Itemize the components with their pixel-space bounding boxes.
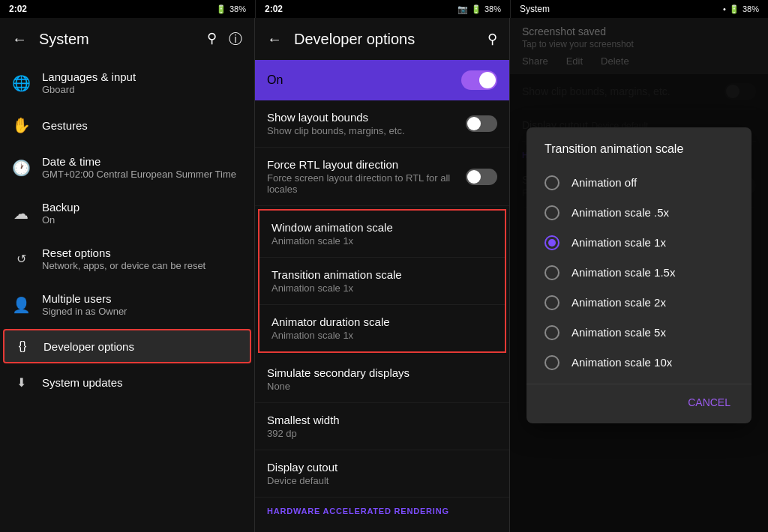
radio-anim-5x (544, 325, 560, 340)
reset-sublabel: Network, apps, or device can be reset (42, 260, 206, 271)
dialog-option-anim-2x[interactable]: Animation scale 2x (526, 288, 752, 318)
dialog-option-anim-15x[interactable]: Animation scale 1.5x (526, 258, 752, 288)
dialog-option-label-anim-15x: Animation scale 1.5x (572, 266, 675, 279)
dev-setting-transition-anim[interactable]: Transition animation scale Animation sca… (260, 258, 505, 305)
dialog-option-anim-5x[interactable]: Animation scale 5x (526, 318, 752, 348)
languages-sublabel: Gboard (42, 84, 136, 95)
radio-anim-2x (544, 295, 560, 310)
gestures-icon: ✋ (12, 116, 30, 134)
battery-icon-left: 🔋 (216, 4, 226, 14)
dev-setting-rtl[interactable]: Force RTL layout direction Force screen … (255, 148, 509, 206)
status-bars: 2:02 🔋 38% 2:02 📷 🔋 38% System • 🔋 38% (0, 0, 768, 18)
nav-item-developer[interactable]: {} Developer options (3, 329, 251, 363)
dialog-option-label-anim-05x: Animation scale .5x (572, 206, 669, 219)
dev-setting-animator-duration[interactable]: Animator duration scale Animation scale … (260, 305, 505, 351)
backup-sublabel: On (42, 214, 80, 226)
nav-item-users[interactable]: 👤 Multiple users Signed in as Owner (0, 282, 254, 327)
main-content: ← System ⚲ ⓘ 🌐 Languages & input Gboard … (0, 18, 768, 532)
help-icon-system[interactable]: ⓘ (229, 30, 242, 48)
dialog-option-anim-05x[interactable]: Animation scale .5x (526, 198, 752, 228)
dialog-option-label-anim-5x: Animation scale 5x (572, 326, 666, 339)
search-icon-system[interactable]: ⚲ (207, 30, 217, 48)
back-icon-developer[interactable]: ← (267, 31, 282, 48)
nav-item-reset[interactable]: ↺ Reset options Network, apps, or device… (0, 236, 254, 282)
dialog-option-anim-off[interactable]: Animation off (526, 168, 752, 198)
developer-label: Developer options (44, 340, 134, 353)
backup-icon: ☁ (12, 205, 30, 223)
nav-item-updates[interactable]: ⬇ System updates (0, 365, 254, 400)
animation-group: Window animation scale Animation scale 1… (258, 209, 506, 353)
developer-toggle[interactable] (461, 70, 497, 90)
battery-percent-right: 38% (742, 4, 759, 13)
reset-icon: ↺ (12, 252, 30, 266)
smallest-width-label: Smallest width (267, 414, 340, 426)
status-icons-middle: 📷 🔋 38% (458, 4, 501, 14)
camera-icon-middle: 📷 (458, 4, 468, 14)
battery-percent-left: 38% (230, 4, 246, 13)
display-cutout-sublabel: Device default (267, 475, 338, 486)
time-middle: 2:02 (265, 4, 283, 14)
status-bar-middle: 2:02 📷 🔋 38% (255, 0, 510, 18)
dev-setting-display-cutout[interactable]: Display cutout Device default (255, 450, 509, 498)
nav-item-datetime[interactable]: 🕐 Date & time GMT+02:00 Central European… (0, 145, 254, 190)
status-icons-left: 🔋 38% (216, 4, 246, 14)
status-bar-right: System • 🔋 38% (510, 0, 768, 18)
show-layout-toggle[interactable] (466, 115, 497, 132)
languages-icon: 🌐 (12, 74, 30, 92)
rtl-sublabel: Force screen layout direction to RTL for… (267, 172, 460, 195)
smallest-width-sublabel: 392 dp (267, 428, 340, 439)
updates-label: System updates (42, 376, 123, 389)
dialog-title: Transition animation scale (526, 142, 752, 168)
datetime-icon: 🕐 (12, 159, 30, 177)
nav-item-gestures[interactable]: ✋ Gestures (0, 106, 254, 145)
datetime-label: Date & time (42, 155, 236, 168)
radio-anim-15x (544, 265, 560, 280)
rtl-label: Force RTL layout direction (267, 158, 460, 171)
dialog-option-anim-10x[interactable]: Animation scale 10x (526, 348, 752, 378)
radio-anim-10x (544, 355, 560, 370)
dev-setting-simulate-displays[interactable]: Simulate secondary displays None (255, 356, 509, 403)
back-icon-system[interactable]: ← (12, 31, 27, 48)
panel-developer: ← Developer options ⚲ On Show layout bou… (255, 18, 510, 532)
dialog-overlay: Transition animation scale Animation off… (510, 18, 768, 532)
gestures-label: Gestures (42, 119, 88, 132)
backup-label: Backup (42, 201, 80, 214)
dev-setting-smallest-width[interactable]: Smallest width 392 dp (255, 403, 509, 450)
radio-anim-off (544, 175, 560, 190)
dialog-cancel-button[interactable]: Cancel (679, 390, 740, 414)
animator-duration-label: Animator duration scale (272, 315, 390, 328)
developer-header: ← Developer options ⚲ (255, 18, 509, 60)
transition-anim-sublabel: Animation scale 1x (272, 282, 402, 294)
developer-on-bar: On (255, 60, 509, 100)
system-nav-list: 🌐 Languages & input Gboard ✋ Gestures 🕐 … (0, 60, 254, 532)
rtl-toggle[interactable] (466, 169, 497, 185)
nav-item-backup[interactable]: ☁ Backup On (0, 190, 254, 236)
radio-anim-1x (544, 235, 560, 250)
developer-settings-list: Show layout bounds Show clip bounds, mar… (255, 100, 509, 532)
datetime-sublabel: GMT+02:00 Central European Summer Time (42, 169, 236, 180)
battery-icon-right: 🔋 (729, 4, 740, 14)
nav-item-languages[interactable]: 🌐 Languages & input Gboard (0, 60, 254, 106)
system-header: ← System ⚲ ⓘ (0, 18, 254, 60)
time-left: 2:02 (9, 4, 27, 14)
updates-icon: ⬇ (12, 375, 30, 390)
system-header-icons: ⚲ ⓘ (207, 30, 242, 48)
dev-setting-show-view-updates[interactable]: Show view updates Flash views inside win… (255, 520, 509, 532)
dialog-actions: Cancel (526, 384, 752, 423)
simulate-displays-label: Simulate secondary displays (267, 366, 410, 379)
developer-header-icons: ⚲ (488, 31, 497, 47)
simulate-displays-sublabel: None (267, 381, 410, 392)
developer-icon: {} (14, 339, 32, 353)
status-bar-left: 2:02 🔋 38% (0, 0, 255, 18)
dev-setting-window-anim[interactable]: Window animation scale Animation scale 1… (260, 211, 505, 258)
dialog-option-label-anim-2x: Animation scale 2x (572, 296, 666, 309)
dialog-option-anim-1x[interactable]: Animation scale 1x (526, 228, 752, 258)
panel-right: Screenshot saved Tap to view your screen… (510, 18, 768, 532)
dev-setting-show-layout-bounds[interactable]: Show layout bounds Show clip bounds, mar… (255, 100, 509, 148)
display-cutout-label: Display cutout (267, 461, 338, 474)
transition-animation-dialog: Transition animation scale Animation off… (526, 127, 752, 423)
reset-label: Reset options (42, 247, 206, 259)
battery-percent-middle: 38% (484, 4, 501, 13)
battery-icon-middle: 🔋 (471, 4, 482, 14)
search-icon-developer[interactable]: ⚲ (488, 31, 497, 47)
